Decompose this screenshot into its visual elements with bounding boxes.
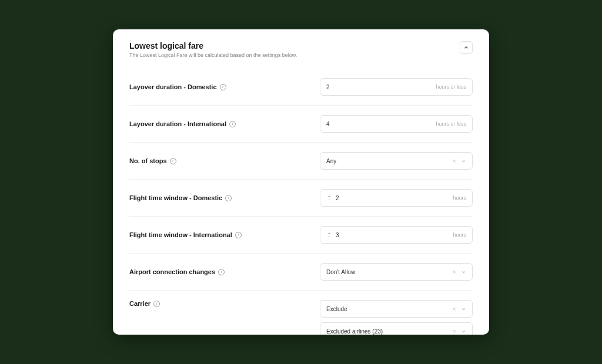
select-carrier-mode[interactable]: Exclude × [320,300,473,318]
label-text: Layover duration - International [129,120,226,127]
clear-icon[interactable]: × [453,305,456,312]
chevron-down-icon [461,269,466,275]
row-layover-international: Layover duration - International i 4 hou… [129,106,473,143]
label-text: Airport connection changes [129,268,215,275]
label-text: Flight time window - Domestic [129,194,222,201]
label-text: Flight time window - International [129,231,232,238]
label-stops: No. of stops i [129,157,176,164]
input-layover-domestic[interactable]: 2 hours or less [320,78,473,96]
input-flight-window-domestic[interactable]: + − 2 hours [320,189,473,207]
plusminus-icon: + − [326,232,332,238]
row-carrier: Carrier i Exclude × Excluded airlines (2… [129,291,473,335]
select-value: Don't Allow [326,269,453,275]
chevron-up-icon [463,45,469,50]
panel-subtitle: The Lowest Logical Fare will be calculat… [129,52,297,58]
input-suffix: hours or less [436,121,466,127]
input-suffix: hours [453,232,466,238]
info-icon[interactable]: i [218,269,225,275]
info-icon[interactable]: i [220,84,226,90]
select-value: Excluded airlines (23) [326,328,453,335]
label-flight-window-domestic: Flight time window - Domestic i [129,194,232,201]
label-airport-connection: Airport connection changes i [129,268,225,275]
row-airport-connection: Airport connection changes i Don't Allow… [129,254,473,291]
info-icon[interactable]: i [225,195,232,201]
select-value: Any [326,158,453,164]
collapse-button[interactable] [460,41,473,54]
label-flight-window-international: Flight time window - International i [129,231,242,238]
info-icon[interactable]: i [229,121,236,127]
input-value: 2 [326,84,436,90]
chevron-down-icon [461,306,466,312]
row-stops: No. of stops i Any × [129,143,473,180]
select-stops[interactable]: Any × [320,152,473,170]
select-value: Exclude [326,306,453,312]
input-value: 3 [336,232,453,238]
lowest-logical-fare-panel: Lowest logical fare The Lowest Logical F… [113,29,489,335]
row-layover-domestic: Layover duration - Domestic i 2 hours or… [129,69,473,106]
info-icon[interactable]: i [170,158,176,164]
chevron-down-icon [461,329,466,334]
input-suffix: hours [453,195,466,201]
label-layover-international: Layover duration - International i [129,120,236,127]
panel-title: Lowest logical fare [129,41,297,50]
chevron-down-icon [461,159,466,164]
input-value: 2 [336,195,453,201]
input-flight-window-international[interactable]: + − 3 hours [320,226,473,244]
clear-icon[interactable]: × [453,328,456,335]
input-value: 4 [326,121,436,127]
label-layover-domestic: Layover duration - Domestic i [129,83,226,90]
clear-icon[interactable]: × [453,268,456,275]
row-flight-window-domestic: Flight time window - Domestic i + − 2 ho… [129,180,473,217]
label-text: Carrier [129,300,150,307]
select-excluded-airlines[interactable]: Excluded airlines (23) × [320,322,473,335]
clear-icon[interactable]: × [453,157,456,164]
info-icon[interactable]: i [153,301,160,307]
label-text: Layover duration - Domestic [129,83,217,90]
plusminus-icon: + − [326,195,332,201]
panel-header: Lowest logical fare The Lowest Logical F… [129,41,473,58]
input-layover-international[interactable]: 4 hours or less [320,115,473,133]
label-text: No. of stops [129,157,167,164]
info-icon[interactable]: i [235,232,242,238]
row-flight-window-international: Flight time window - International i + −… [129,217,473,254]
input-suffix: hours or less [436,84,466,90]
label-carrier: Carrier i [129,300,160,307]
select-airport-connection[interactable]: Don't Allow × [320,263,473,281]
